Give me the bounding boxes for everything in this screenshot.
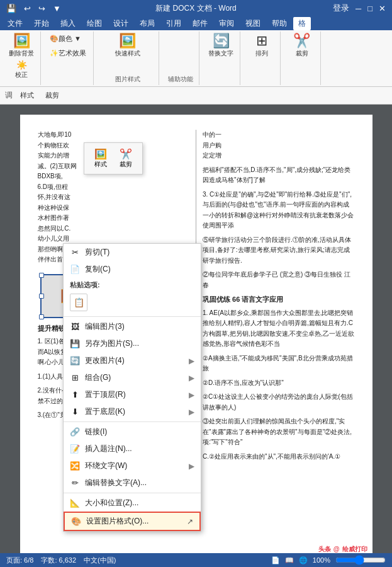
customize-icon[interactable]: ▼ — [50, 3, 64, 14]
maximize-button[interactable]: □ — [365, 3, 375, 14]
tab-home[interactable]: 开始 — [29, 17, 54, 30]
close-button[interactable]: ✕ — [376, 3, 388, 14]
ctx-sep-1 — [64, 316, 201, 317]
ctx-wrap-text[interactable]: 🔀 环绕文字(W) ▶ — [64, 457, 201, 474]
tab-layout[interactable]: 布局 — [135, 17, 160, 30]
zoom-level: 100% — [313, 556, 330, 564]
remove-background-button[interactable]: 🖼️ 删除背景 — [6, 33, 36, 59]
ctx-format-picture-label: 设置图片格式(O)... — [86, 516, 148, 527]
remove-background-icon: 🖼️ — [13, 34, 30, 48]
ribbon-group-arrange: ⊞ 排列 — [243, 32, 281, 85]
ribbon-group-picstyle: 🖼️ 快速样式 图片样式 — [96, 32, 159, 85]
web-mode-icon[interactable]: 🌐 — [299, 556, 308, 564]
tab-draw[interactable]: 绘图 — [82, 17, 107, 30]
title-bar: 💾 ↩ ↪ ▼ 新建 DOCX 文档 - Word 登录 ─ □ ✕ — [0, 0, 392, 16]
art-effects-button[interactable]: ✨ 艺术效果 — [47, 47, 89, 59]
copy-icon: 📄 — [70, 265, 80, 274]
ctx-size-position[interactable]: 📐 大小和位置(Z)... — [64, 495, 201, 512]
minimize-button[interactable]: ─ — [353, 3, 364, 14]
quick-styles-button[interactable]: 🖼️ 快速样式 — [113, 33, 143, 59]
small-popup: 🖼️ 样式 ✂️ 裁剪 — [84, 142, 143, 175]
status-bar: 页面: 6/8 字数: 6,632 中文(中国) 📄 📖 🌐 100% — [0, 553, 392, 567]
color-button[interactable]: 🎨 颜色 ▼ — [47, 33, 89, 45]
format-ribbon: 调 样式 裁剪 — [0, 87, 392, 105]
ctx-change-image[interactable]: 🔄 更改图片(4) ▶ — [64, 352, 201, 369]
send-back-icon: ⬇ — [70, 407, 80, 416]
ctx-copy-label: 复制(C) — [85, 264, 111, 275]
popup-style-button[interactable]: 🖼️ 样式 — [91, 147, 111, 170]
tab-help[interactable]: 帮助 — [267, 17, 292, 30]
ctx-group-label: 组合(G) — [85, 372, 111, 383]
arrange-button[interactable]: ⊞ 排列 — [253, 33, 271, 59]
bring-front-icon: ⬆ — [70, 390, 80, 399]
handle-top-left[interactable] — [39, 273, 44, 278]
quick-styles-label: 快速样式 — [115, 49, 140, 58]
ribbon-tabs: 文件 开始 插入 绘图 设计 布局 引用 邮件 审阅 视图 帮助 格 — [0, 16, 392, 30]
ctx-link[interactable]: 🔗 链接(I) — [64, 423, 201, 440]
ctx-group[interactable]: ⊞ 组合(G) ▶ — [64, 369, 201, 386]
ctx-copy[interactable]: 📄 复制(C) — [64, 261, 201, 278]
handle-bot-left[interactable] — [39, 314, 44, 319]
paste-icon-1[interactable]: 📋 — [70, 294, 87, 311]
login-button[interactable]: 登录 — [330, 1, 352, 15]
crop-button[interactable]: ✂️ 裁剪 — [291, 33, 313, 59]
group-arrow: ▶ — [189, 374, 194, 382]
tab-view[interactable]: 视图 — [240, 17, 266, 30]
status-bar-right: 📄 📖 🌐 100% — [271, 555, 386, 565]
handle-mid-left[interactable] — [39, 294, 44, 299]
replace-text-button[interactable]: 🔄 替换文字 — [206, 33, 236, 59]
ctx-edit-image-label: 编辑图片(3) — [85, 321, 125, 332]
ctx-send-back[interactable]: ⬇ 置于底层(K) ▶ — [64, 403, 201, 420]
zoom-slider[interactable] — [335, 555, 386, 565]
ctx-insert-caption[interactable]: 📝 插入题注(N)... — [64, 440, 201, 457]
undo-icon[interactable]: ↩ — [21, 3, 33, 14]
art-effects-label: 艺术效果 — [59, 49, 86, 58]
ctx-edit-image[interactable]: 🖼 编辑图片(3) — [64, 318, 201, 335]
read-mode-icon[interactable]: 📖 — [285, 556, 294, 564]
tab-mailings[interactable]: 邮件 — [188, 17, 213, 30]
arrange-icon: ⊞ — [256, 34, 267, 48]
ctx-paste-icons: 📋 — [64, 292, 201, 315]
group-icon: ⊞ — [70, 373, 80, 382]
popup-crop-button[interactable]: ✂️ 裁剪 — [116, 147, 136, 170]
right-para-4: ⑤研学旅行活动分三个阶段进行.①阶的准,活动从具体项目,备好了:去哪里考察,研究… — [203, 235, 355, 266]
style-button[interactable]: 样式 — [16, 89, 38, 101]
cut-icon: ✂ — [70, 248, 80, 257]
crop-bar-button[interactable]: 裁剪 — [42, 89, 63, 101]
right-heading-1: 巩固优练 66 语言文字应用 — [203, 294, 355, 306]
art-effects-icon: ✨ — [50, 49, 59, 57]
corrections-button[interactable]: ☀️ 校正 — [13, 59, 30, 81]
ctx-cut-label: 剪切(T) — [85, 247, 109, 258]
ctx-sep-3 — [64, 493, 201, 493]
color-label: 颜色 ▼ — [59, 34, 81, 43]
ctx-edit-alt[interactable]: ✏ 编辑替换文字(A)... — [64, 474, 201, 491]
tab-insert[interactable]: 插入 — [55, 17, 81, 30]
arrange-label: 排列 — [255, 49, 268, 58]
save-icon[interactable]: 💾 — [4, 3, 19, 14]
right-para-8: ②D.语序不当,应改为"认识那" — [203, 378, 355, 389]
ctx-size-position-label: 大小和位置(Z)... — [85, 498, 138, 508]
ribbon-group-accessibility: 辅助功能 — [162, 32, 199, 85]
ctx-save-image[interactable]: 💾 另存为图片(S)... — [64, 335, 201, 352]
link-icon: 🔗 — [70, 427, 80, 437]
ctx-bring-front[interactable]: ⬆ 置于顶层(R) ▶ — [64, 386, 201, 403]
tab-review[interactable]: 审阅 — [214, 17, 239, 30]
ctx-cut[interactable]: ✂ 剪切(T) — [64, 244, 201, 261]
right-para-9: ②C①处这设主人公被变小的结旁边的庞台人际觉(包括讲故事的人) — [203, 392, 355, 413]
view-mode-icon[interactable]: 📄 — [271, 556, 280, 564]
crop-icon: ✂️ — [293, 34, 310, 48]
tab-design[interactable]: 设计 — [108, 17, 133, 30]
picstyle-label: 图片样式 — [115, 74, 140, 84]
change-image-icon: 🔄 — [70, 356, 80, 365]
ctx-format-picture[interactable]: 🎨 设置图片格式(O)... ↗ — [64, 512, 201, 531]
context-menu: ✂ 剪切(T) 📄 复制(C) 粘贴选项: 📋 🖼 编辑图片(3) 💾 另存为图… — [63, 243, 201, 532]
redo-icon[interactable]: ↪ — [36, 3, 48, 14]
ctx-sep-2 — [64, 421, 201, 422]
remove-background-label: 删除背景 — [9, 49, 34, 58]
tab-format[interactable]: 格 — [293, 17, 311, 30]
tab-references[interactable]: 引用 — [161, 17, 186, 30]
tab-file[interactable]: 文件 — [3, 17, 28, 30]
send-back-arrow: ▶ — [189, 408, 194, 416]
ctx-send-back-label: 置于底层(K) — [85, 406, 125, 417]
title-bar-right: 登录 ─ □ ✕ — [292, 1, 388, 15]
